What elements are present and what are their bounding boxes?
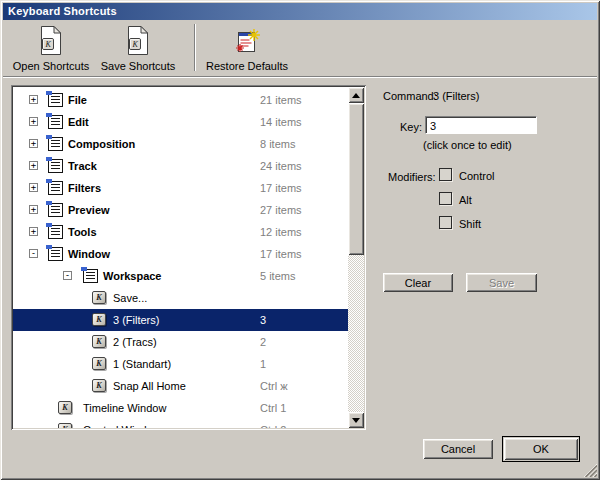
alt-checkbox[interactable] [439,192,452,205]
tree-row-count: 8 items [260,133,295,155]
expand-toggle-icon[interactable]: + [29,139,38,148]
tree-row-count: Ctrl ж [260,375,288,397]
tree-row-control-window[interactable]: Control Window Ctrl 2 [13,419,348,428]
expand-toggle-icon[interactable]: + [29,117,38,126]
dialog-window: Keyboard Shortcuts K Open Shortcuts [0,0,600,480]
tree-row-label: Composition [68,133,135,155]
tree-row-count: 24 items [260,155,302,177]
up-arrow-icon [352,93,360,98]
scrollbar-thumb[interactable] [348,103,364,255]
restore-defaults-label: Restore Defaults [206,60,288,72]
tree-viewport: + File 21 items + Edit 14 items + Compos… [13,87,348,428]
expand-toggle-icon[interactable]: + [29,227,38,236]
scroll-up-button[interactable] [348,87,364,103]
tree-row-label: Control Window [83,419,161,428]
modifiers-label: Modifiers: [388,171,436,183]
menu-icon [48,159,63,173]
tree-row-save[interactable]: Save... [13,287,348,309]
key-icon [58,401,72,414]
tree-row-label: Timeline Window [83,397,166,419]
save-shortcuts-label: Save Shortcuts [101,60,176,72]
restore-defaults-button[interactable]: Restore Defaults [201,22,293,72]
open-shortcuts-button[interactable]: K Open Shortcuts [9,22,93,72]
tree-row-3-filters-selected[interactable]: 3 (Filters) 3 [13,309,348,331]
toolbar: K Open Shortcuts K Save Shortcuts [3,20,597,77]
expand-toggle-icon[interactable]: + [29,205,38,214]
menu-icon [48,247,63,261]
clear-button[interactable]: Clear [383,273,453,292]
shift-checkbox-label: Shift [459,218,481,230]
save-shortcuts-button[interactable]: K Save Shortcuts [96,22,180,72]
tree-row-label: 2 (Tracs) [113,331,157,353]
resize-grip-icon[interactable] [584,464,597,477]
tree-row-label: File [68,89,87,111]
shortcuts-tree: + File 21 items + Edit 14 items + Compos… [11,85,366,430]
tree-row-workspace[interactable]: - Workspace 5 items [13,265,348,287]
tree-row-tools[interactable]: + Tools 12 items [13,221,348,243]
key-icon [58,423,72,428]
command-value: 3 (Filters) [433,90,479,102]
key-icon [92,291,106,304]
key-icon [92,313,106,326]
document-key-icon: K [39,25,63,58]
tree-row-2-tracs[interactable]: 2 (Tracs) 2 [13,331,348,353]
toolbar-separator [194,24,195,71]
tree-row-count: 17 items [260,177,302,199]
window-title: Keyboard Shortcuts [8,5,117,17]
open-shortcuts-label: Open Shortcuts [13,60,89,72]
tree-row-count: 1 [260,353,266,375]
tree-row-window[interactable]: - Window 17 items [13,243,348,265]
tree-row-file[interactable]: + File 21 items [13,89,348,111]
document-key-icon: K [126,25,150,58]
tree-row-label: Preview [68,199,110,221]
tree-row-filters[interactable]: + Filters 17 items [13,177,348,199]
collapse-toggle-icon[interactable]: - [63,271,72,280]
expand-toggle-icon[interactable]: + [29,95,38,104]
menu-icon [83,269,98,283]
tree-row-label: Track [68,155,97,177]
tree-row-preview[interactable]: + Preview 27 items [13,199,348,221]
key-icon [92,379,106,392]
shift-checkbox[interactable] [439,216,452,229]
tree-row-count: 27 items [260,199,302,221]
tree-row-count: Ctrl 2 [260,419,286,428]
tree-row-label: 3 (Filters) [113,309,159,331]
tree-row-label: Edit [68,111,89,133]
menu-icon [48,181,63,195]
tree-row-label: Workspace [103,265,162,287]
tree-row-timeline-window[interactable]: Timeline Window Ctrl 1 [13,397,348,419]
ok-button[interactable]: OK [504,438,578,460]
key-input[interactable] [425,116,537,134]
tree-row-composition[interactable]: + Composition 8 items [13,133,348,155]
title-bar[interactable]: Keyboard Shortcuts [3,3,597,20]
tree-row-count: 2 [260,331,266,353]
tree-row-count: 14 items [260,111,302,133]
cancel-button[interactable]: Cancel [423,439,493,459]
tree-row-edit[interactable]: + Edit 14 items [13,111,348,133]
menu-icon [48,93,63,107]
menu-icon [48,203,63,217]
scroll-down-button[interactable] [348,412,364,428]
sparkle-document-icon [233,28,261,58]
key-label: Key: [398,121,422,133]
tree-row-track[interactable]: + Track 24 items [13,155,348,177]
key-icon [92,335,106,348]
tree-row-count: 5 items [260,265,295,287]
tree-row-label: Tools [68,221,97,243]
expand-toggle-icon[interactable]: + [29,183,38,192]
tree-row-1-standart[interactable]: 1 (Standart) 1 [13,353,348,375]
svg-text:K: K [45,40,52,49]
tree-row-count: 12 items [260,221,302,243]
menu-icon [48,115,63,129]
tree-row-count: 21 items [260,89,302,111]
expand-toggle-icon[interactable]: + [29,161,38,170]
tree-row-label: Save... [113,287,147,309]
save-button[interactable]: Save [466,273,537,292]
down-arrow-icon [352,418,360,423]
vertical-scrollbar[interactable] [348,87,364,428]
alt-checkbox-label: Alt [459,194,472,206]
control-checkbox[interactable] [439,168,452,181]
svg-text:K: K [132,40,139,49]
tree-row-snap-all-home[interactable]: Snap All Home Ctrl ж [13,375,348,397]
collapse-toggle-icon[interactable]: - [29,249,38,258]
